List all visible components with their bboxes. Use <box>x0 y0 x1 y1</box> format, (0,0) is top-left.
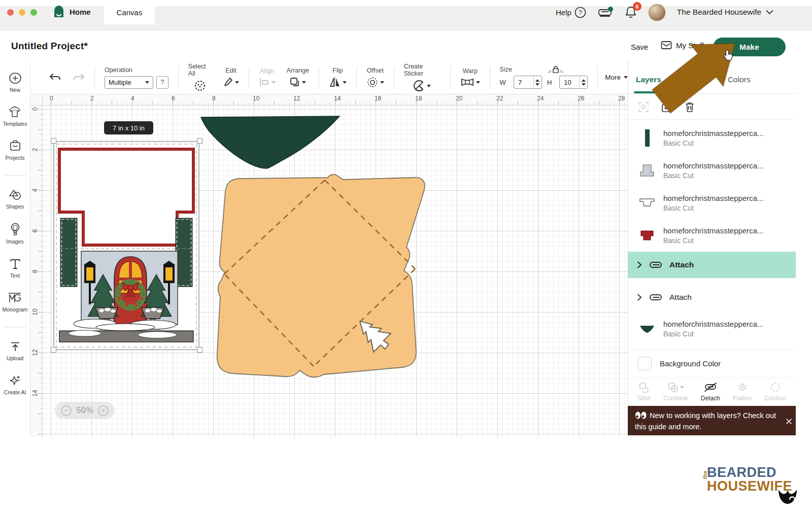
ruler-label: 6 <box>31 226 39 236</box>
help-button[interactable]: Help ? <box>556 7 586 18</box>
canvas-tab-label: Canvas <box>117 8 143 17</box>
arrange-button[interactable]: Arrange <box>287 67 309 88</box>
home-tab[interactable]: Home <box>53 5 91 18</box>
offset-button[interactable]: Offset <box>366 67 384 88</box>
ruler-label: 0 <box>31 104 39 114</box>
sticker-icon <box>413 80 425 92</box>
ruler-label: 28 <box>618 95 625 102</box>
layer-row[interactable]: homeforchristmasstepperca...Basic Cut <box>628 219 796 252</box>
toolbar-divider <box>249 66 249 89</box>
svg-text:?: ? <box>579 9 582 16</box>
background-color-row[interactable]: Background Color <box>628 350 796 377</box>
operation-help-label: ? <box>161 79 164 86</box>
height-stepper[interactable] <box>579 76 587 88</box>
ruler-label: 10 <box>31 307 39 317</box>
banner-close-icon[interactable] <box>786 418 792 425</box>
caret-down-icon <box>272 81 276 84</box>
warp-button[interactable]: Warp <box>460 67 480 87</box>
ruler-label: 26 <box>578 95 584 102</box>
notifications-button[interactable]: 6 <box>625 6 637 19</box>
selection-handle-bottom-left[interactable] <box>51 347 56 353</box>
flatten-button[interactable]: Flatten <box>733 382 752 402</box>
zoom-in-button[interactable]: + <box>98 405 109 416</box>
offset-label: Offset <box>367 67 384 74</box>
machine-status-button[interactable] <box>597 6 614 18</box>
ruler-label: 0 <box>50 95 53 102</box>
sidebar-label: Monogram <box>2 306 27 313</box>
sidebar-item-create-ai[interactable]: Create AI <box>4 374 26 395</box>
attach-group[interactable]: Attach <box>628 284 796 311</box>
canvas-tab[interactable]: Canvas <box>104 0 155 24</box>
sidebar-item-images[interactable]: Images <box>6 223 23 245</box>
sidebar-item-text[interactable]: Text <box>9 258 21 279</box>
caret-down-icon <box>302 81 306 84</box>
layer-operation: Basic Cut <box>663 330 764 338</box>
detach-button[interactable]: Detach <box>701 382 720 402</box>
ruler-label: 12 <box>293 95 300 102</box>
edit-button[interactable]: Edit <box>223 67 239 88</box>
layer-row[interactable]: homeforchristmasstepperca...Basic Cut <box>628 187 796 219</box>
sidebar-item-templates[interactable]: Templates <box>3 106 27 127</box>
selection-handle-bottom-right[interactable] <box>197 347 202 353</box>
background-color-label: Background Color <box>660 359 721 368</box>
select-all-button[interactable]: Select All <box>188 63 212 92</box>
selection-handle-top-right[interactable] <box>197 138 202 144</box>
layer-name: homeforchristmasstepperca... <box>663 320 764 328</box>
operation-dropdown[interactable]: Multiple <box>105 76 153 89</box>
layer-row[interactable]: homeforchristmasstepperca...Basic Cut <box>628 154 796 187</box>
notification-badge: 6 <box>633 2 641 11</box>
sidebar-item-projects[interactable]: Projects <box>6 140 25 161</box>
width-stepper[interactable] <box>533 76 542 88</box>
chevron-right-icon[interactable] <box>637 261 642 268</box>
toolbar-divider <box>178 66 179 89</box>
select-all-label: Select All <box>188 63 212 77</box>
contour-button[interactable]: Contour <box>765 382 787 402</box>
align-button[interactable]: Align <box>259 67 276 87</box>
layer-name: homeforchristmasstepperca... <box>663 226 764 235</box>
upload-icon <box>9 340 21 353</box>
operation-label: Operation <box>105 66 132 74</box>
layer-row[interactable]: homeforchristmasstepperca...Basic Cut <box>628 122 796 154</box>
window-minimize-button[interactable] <box>19 9 25 16</box>
sidebar-item-upload[interactable]: Upload <box>7 340 23 361</box>
slice-button[interactable]: Slice <box>637 382 651 402</box>
layer-thumbnail <box>639 321 655 337</box>
sidebar-item-new[interactable]: New <box>9 72 22 93</box>
sidebar-label: Create AI <box>4 389 26 395</box>
chevron-right-icon[interactable] <box>637 294 642 301</box>
caret-down-icon <box>680 386 684 389</box>
redo-button[interactable] <box>72 72 85 83</box>
operation-help-button[interactable]: ? <box>156 76 168 89</box>
sidebar-item-monogram[interactable]: Monogram <box>2 292 27 313</box>
more-button[interactable]: More <box>605 74 628 81</box>
account-menu[interactable]: The Bearded Housewife <box>677 8 773 17</box>
caret-down-icon <box>235 81 239 84</box>
attach-group-selected[interactable]: Attach <box>628 252 796 278</box>
zoom-out-button[interactable]: − <box>61 405 72 416</box>
combine-button[interactable]: Combine <box>663 382 688 402</box>
undo-button[interactable] <box>49 72 62 83</box>
background-color-swatch[interactable] <box>638 357 652 370</box>
edit-toolbar: Operation Multiple ? Select All Edit Ali… <box>30 61 628 94</box>
lock-icon[interactable] <box>547 66 564 73</box>
window-zoom-button[interactable] <box>30 9 37 16</box>
ruler-label: 8 <box>212 95 216 102</box>
flip-button[interactable]: Flip <box>329 67 347 88</box>
attach-label: Attach <box>669 260 694 269</box>
sidebar-item-shapes[interactable]: Shapes <box>6 189 24 210</box>
avatar[interactable] <box>648 4 666 21</box>
projects-icon <box>9 140 21 152</box>
width-input[interactable]: 7 <box>514 76 542 89</box>
edit-label: Edit <box>225 67 236 74</box>
layer-thumbnail <box>639 227 655 244</box>
layer-operation: Basic Cut <box>663 204 764 212</box>
window-close-button[interactable] <box>7 9 14 16</box>
ruler-label: 6 <box>172 95 175 102</box>
create-sticker-button[interactable]: Create Sticker <box>404 63 441 92</box>
christmas-card-design[interactable] <box>53 141 199 350</box>
selection-handle-top-left[interactable] <box>51 138 56 144</box>
account-name: The Bearded Housewife <box>677 8 761 17</box>
layers-help-banner: New to working with layers? Check out th… <box>628 406 796 435</box>
height-input[interactable]: 10 <box>559 76 588 89</box>
layer-row[interactable]: homeforchristmasstepperca...Basic Cut <box>628 313 796 345</box>
